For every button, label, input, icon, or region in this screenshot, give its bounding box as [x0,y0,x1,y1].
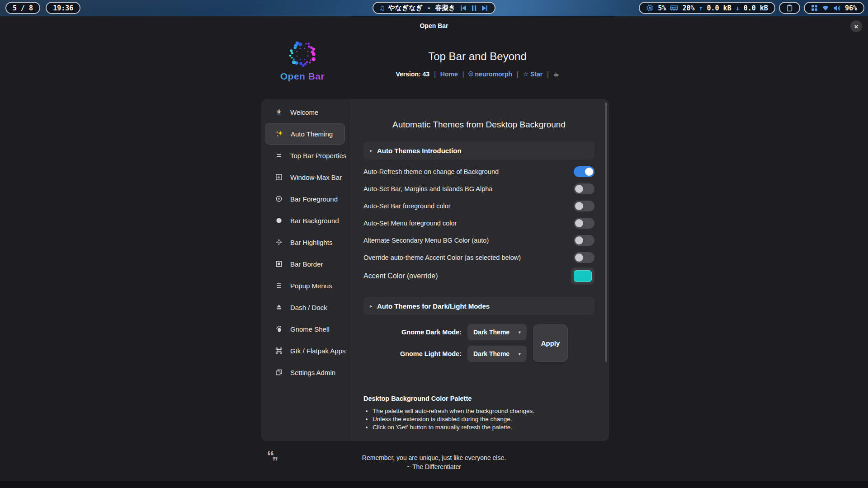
media-title: やなぎなぎ - 春擬き [388,4,455,12]
sidebar-item-label: Auto Theming [291,130,333,138]
theme-mode-controls: Gnome Dark Mode: Dark Theme ▾ Gnome Ligh… [394,324,594,362]
logo-text: Open Bar [270,71,335,82]
clock-label: 19:36 [53,4,73,12]
eject-icon [274,303,283,311]
sidebar-item-bar-border[interactable]: Bar Border [261,253,349,275]
setting-label: Accent Color (override) [363,272,438,280]
light-mode-row: Gnome Light Mode: Dark Theme ▾ [394,346,527,362]
auto-set-menu-fg-toggle[interactable] [574,218,594,229]
setting-label: Auto-Set Bar, Margins and Islands BG Alp… [363,185,492,192]
section-title: Automatic Themes from Desktop Background [363,120,594,130]
next-track-icon[interactable] [481,5,488,11]
sidebar-item-window-max-bar[interactable]: Window-Max Bar [261,166,349,188]
override-accent-toggle[interactable] [574,252,594,263]
sidebar-item-settings-admin[interactable]: Settings Admin [261,361,349,383]
auto-refresh-toggle[interactable] [574,166,594,177]
accent-color-button[interactable] [571,267,594,285]
setting-label: Auto-Refresh theme on change of Backgrou… [363,168,499,175]
sidebar-item-label: Bar Foreground [290,195,338,203]
chevron-down-icon: ▾ [518,329,521,335]
sidebar-item-bar-foreground[interactable]: Bar Foreground [261,188,349,210]
dark-mode-label: Gnome Dark Mode: [394,328,462,336]
dark-theme-dropdown[interactable]: Dark Theme ▾ [467,324,527,340]
cpu-value: 5% [658,4,666,12]
app-grid-icon [811,5,818,11]
open-bar-preferences-window: Open Bar × Open Bar Top Bar and Beyond V… [0,17,868,488]
setting-row: Auto-Set Menu foreground color [363,215,594,232]
volume-icon [833,5,841,11]
download-arrow-icon: ↓ [736,4,740,12]
auto-set-bar-fg-toggle[interactable] [574,201,594,211]
sidebar-item-bar-highlights[interactable]: Bar Highlights [261,231,349,253]
workspace-indicator[interactable]: 5 / 8 [5,2,40,14]
palette-notes: The palette will auto-refresh when the b… [373,407,594,432]
sidebar: Welcome Auto Theming Top Bar Properties [261,99,349,441]
light-theme-dropdown[interactable]: Dark Theme ▾ [467,346,527,362]
setting-row: Auto-Set Bar, Margins and Islands BG Alp… [363,180,594,197]
upload-value: 0.0 kB [707,4,731,12]
sidebar-item-label: Bar Border [290,260,323,268]
close-button[interactable]: × [850,20,862,32]
footer-quote: Remember, you are unique, just like ever… [0,454,868,470]
quote-author: ~ The Differentiater [0,463,868,470]
dark-light-modes-expander[interactable]: ▸ Auto Themes for Dark/Light Modes [363,297,594,315]
accent-color-swatch [574,270,592,282]
auto-themes-introduction-expander[interactable]: ▸ Auto Themes Introduction [363,141,594,160]
hamburger-icon [274,282,283,290]
setting-row: Auto-Set Bar foreground color [363,197,594,215]
toggle-knob [575,219,583,227]
clock[interactable]: 19:36 [46,2,80,14]
sidebar-item-top-bar-properties[interactable]: Top Bar Properties [261,145,349,166]
sidebar-item-label: Top Bar Properties [290,152,346,160]
palette-note: Click on 'Get' button to manually refres… [373,423,594,432]
sidebar-item-label: Welcome [290,108,318,116]
sidebar-item-bar-background[interactable]: Bar Background [261,210,349,231]
pause-icon[interactable] [471,5,477,11]
equals-icon [274,151,283,160]
author-link[interactable]: © neuromorph [468,70,512,78]
memory-icon [670,5,678,11]
page-title: Top Bar and Beyond [342,50,613,63]
auto-theming-page: Automatic Themes from Desktop Background… [349,99,609,441]
palette-note: The palette will auto-refresh when the b… [373,407,594,415]
window-plus-icon [274,173,283,181]
star-link[interactable]: ☆ Star [523,70,543,78]
preferences-panel: Welcome Auto Theming Top Bar Properties [261,99,609,441]
sidebar-item-gtk-flatpak-apps[interactable]: Gtk / Flatpak Apps [261,340,349,361]
separator: | [434,70,436,78]
separator: | [462,70,464,78]
setting-label: Auto-Set Menu foreground color [363,220,457,227]
separator: | [547,70,549,78]
sidebar-item-label: Bar Highlights [290,239,332,246]
system-stats-widget[interactable]: 5% 20% ↑ 0.0 kB ↓ 0.0 kB [639,2,775,14]
auto-set-bg-alpha-toggle[interactable] [574,183,594,194]
previous-track-icon[interactable] [460,5,467,11]
music-note-icon: ♫ [380,4,384,12]
toggle-knob [575,253,583,262]
coffee-icon[interactable]: ☕ [553,70,559,78]
toggle-knob [585,168,593,176]
cpu-icon [646,4,654,12]
sidebar-item-auto-theming[interactable]: Auto Theming [265,123,345,145]
alt-secondary-menu-bg-toggle[interactable] [574,235,594,246]
sidebar-item-label: Gnome Shell [290,325,330,333]
workspace-label: 5 / 8 [13,4,33,12]
sidebar-item-popup-menus[interactable]: Popup Menus [261,275,349,296]
sidebar-item-welcome[interactable]: Welcome [261,101,349,123]
setting-row: Override auto-theme Accent Color (as sel… [363,249,594,266]
sidebar-item-dash-dock[interactable]: Dash / Dock [261,296,349,318]
home-link[interactable]: Home [440,70,458,78]
apply-button[interactable]: Apply [533,324,568,362]
filled-circle-icon [274,216,283,225]
clipboard-icon [786,4,793,12]
gnome-foot-icon [274,325,283,333]
scrollbar[interactable] [605,103,607,362]
sidebar-item-gnome-shell[interactable]: Gnome Shell [261,318,349,340]
sidebar-item-label: Popup Menus [290,282,332,290]
clipboard-indicator[interactable] [779,2,800,14]
system-tray[interactable]: 96% [804,2,864,14]
overlap-squares-icon [274,368,283,376]
circle-dot-icon [274,195,283,203]
media-player-widget[interactable]: ♫ やなぎなぎ - 春擬き [373,2,495,14]
separator: | [517,70,519,78]
